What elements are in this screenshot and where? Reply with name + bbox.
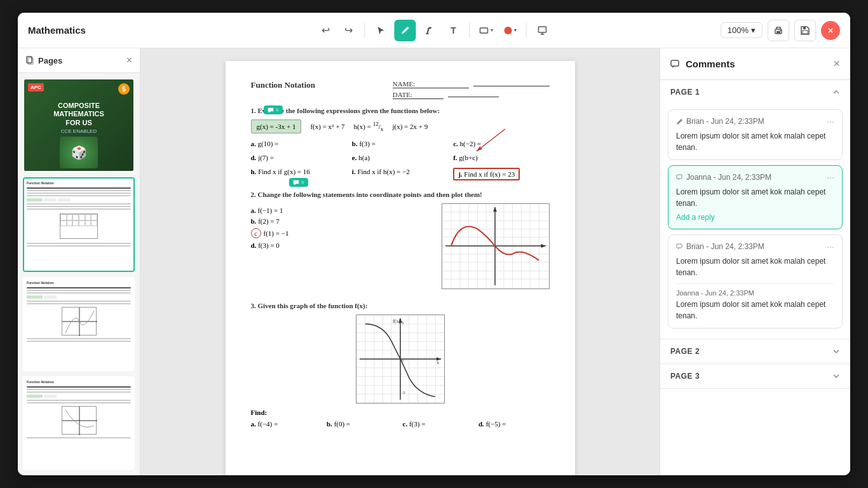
print-button[interactable]: [768, 20, 789, 41]
toolbar-separator-2: [470, 23, 470, 38]
document-page: Function Notation NAME: DATE: 1. Evaluat: [226, 61, 575, 475]
thumb-func-3: [58, 198, 71, 201]
redo-button[interactable]: ↪: [338, 20, 360, 41]
comments-title: Comments: [670, 58, 735, 69]
comment-1-meta: Brian - Jun 24, 2:33PM ···: [676, 116, 834, 126]
page-thumb-3[interactable]: Function Notation: [23, 277, 135, 371]
bubble-chat-icon-2: [293, 180, 299, 186]
comments-chat-icon: [670, 59, 681, 69]
page-3-chevron-icon: [832, 372, 840, 380]
marker-tool-button[interactable]: [419, 20, 440, 41]
ans-e: e. h(a): [352, 154, 448, 161]
page-1-label: PAGE 1: [670, 88, 700, 97]
text-icon: T: [451, 25, 456, 36]
page-thumb-2[interactable]: Function Notation: [23, 177, 135, 271]
thumb4-grid-svg: [62, 407, 97, 435]
nested-author: Joanna - Jun 24, 2:33PM: [676, 289, 834, 297]
pencil-icon-1: [676, 118, 683, 125]
func-text-jx: j(x) = 2x + 9: [392, 123, 428, 130]
marker-icon: [424, 25, 435, 36]
worksheet-header: Function Notation NAME: DATE:: [251, 80, 550, 99]
text-tool-button[interactable]: T: [443, 20, 465, 41]
ans-b: b. f(3) =: [352, 140, 448, 147]
add-reply-link[interactable]: Add a reply: [676, 213, 715, 222]
page-2-chevron-icon: [832, 348, 840, 355]
pen-tool-button[interactable]: [395, 20, 416, 41]
q2-c: c f(1) = −1: [251, 228, 429, 238]
ans-a: a. g(10) =: [251, 140, 347, 147]
thumb-line-3: [27, 193, 131, 194]
thumb-line-1: [27, 187, 131, 189]
comment-card-3: Brian - Jun 24, 2:33PM ··· Lorem ipsum d…: [668, 234, 843, 329]
thumb-grid: [60, 214, 98, 239]
window-close-button[interactable]: ×: [821, 21, 840, 40]
svg-rect-0: [426, 33, 429, 34]
q2-coordinate-grid: [442, 203, 550, 292]
sidebar-title: Pages: [25, 56, 62, 65]
circle-c-indicator: c: [251, 228, 261, 238]
page-2-section-header[interactable]: PAGE 2: [660, 339, 850, 363]
close-icon: ×: [828, 25, 833, 36]
cover-title-area: COMPOSITEMATHEMATICSFOR US CCE ENABLED: [53, 102, 104, 134]
q2-grid-svg: [442, 203, 550, 289]
comments-close-icon: ×: [833, 57, 840, 70]
zoom-level: 100%: [728, 25, 749, 35]
question-3-section: 3. Given this graph of the function f(x)…: [251, 302, 550, 428]
cover-badge: APC: [28, 83, 44, 92]
comment-2-more-button[interactable]: ···: [827, 172, 834, 182]
page-1-section: PAGE 1 Brian - Jun: [660, 80, 850, 339]
nested-text: Lorem ipsum dolor sit amet kok malah cep…: [676, 299, 834, 322]
comments-panel: Comments × PAGE 1: [660, 48, 850, 475]
date-line: DATE:: [390, 91, 550, 99]
page-3-section-header[interactable]: PAGE 3: [660, 364, 850, 388]
thumb3-grid-svg: [62, 308, 97, 336]
q3-answers-grid: a. f(−4) = b. f(0) = c. f(3) = d. f(−5) …: [251, 420, 550, 428]
color-chevron: ▾: [514, 27, 517, 33]
pages-sidebar: Pages × APC 5 COMPOSITEMATHEMATICSFOR US…: [18, 48, 140, 475]
comment-card-2: Joanna - Jun 24, 2:33PM ··· Lorem ipsum …: [668, 165, 843, 229]
q2-a: a. f(−1) = 1: [251, 207, 429, 214]
toolbar-right: 100% ▾ ×: [721, 20, 840, 41]
pages-close-button[interactable]: ×: [126, 55, 132, 66]
comment-3-more-button[interactable]: ···: [827, 241, 834, 252]
ans-i: i. Find x if h(x) = −2: [352, 168, 448, 180]
page-2-label: PAGE 2: [670, 347, 700, 356]
document-area[interactable]: Function Notation NAME: DATE: 1. Evaluat: [140, 48, 660, 475]
comments-header: Comments ×: [660, 48, 850, 80]
insert-tool-button[interactable]: [532, 20, 553, 41]
comments-close-button[interactable]: ×: [833, 57, 840, 71]
date-underline: [448, 97, 499, 97]
thumb-line-2: [27, 190, 131, 191]
color-tool-button[interactable]: ▾: [499, 20, 521, 41]
comment-3-author: Brian - Jun 24, 2:33PM: [676, 242, 764, 251]
zoom-button[interactable]: 100% ▾: [721, 22, 763, 38]
app-window: Mathematics ↩ ↪: [18, 13, 850, 475]
comment-bubble-1[interactable]: ≡: [264, 105, 283, 114]
toolbar-separator-1: [365, 23, 365, 38]
comment-bubble-2[interactable]: ≡: [289, 178, 308, 187]
red-arrow-svg: [467, 126, 512, 158]
thumb-line-4: [27, 195, 131, 196]
thumb-func-1: [27, 198, 43, 201]
cover-subtitle: CCE ENABLED: [53, 128, 104, 134]
comment-1-more-button[interactable]: ···: [827, 116, 834, 126]
thumb-grid-area: [27, 212, 131, 241]
pen-icon: [400, 25, 410, 36]
page-2-thumbnail: Function Notation: [24, 179, 133, 271]
svg-text:5: 5: [401, 320, 403, 325]
page-1-section-header[interactable]: PAGE 1: [660, 80, 850, 104]
select-tool-button[interactable]: [370, 20, 392, 41]
comment-2-text: Lorem ipsum dolor sit amet kok malah cep…: [676, 186, 834, 209]
svg-rect-1: [480, 28, 488, 33]
comment-1-text: Lorem ipsum dolor sit amet kok malah cep…: [676, 130, 834, 153]
comment-card-1: Brian - Jun 24, 2:33PM ··· Lorem ipsum d…: [668, 109, 843, 160]
question-2-section: ≡ 2. Change the following statements int…: [251, 191, 550, 292]
comment-1-author: Brian - Jun 24, 2:33PM: [676, 117, 764, 126]
shape-tool-button[interactable]: ▾: [475, 20, 497, 41]
page-thumb-4[interactable]: Function Notation: [23, 376, 135, 470]
undo-button[interactable]: ↩: [315, 20, 337, 41]
q3-ans-c: c. f(3) =: [403, 420, 474, 428]
page-thumb-1[interactable]: APC 5 COMPOSITEMATHEMATICSFOR US CCE ENA…: [23, 78, 135, 172]
worksheet-section-title: Function Notation: [251, 80, 315, 90]
save-button[interactable]: [794, 20, 816, 41]
